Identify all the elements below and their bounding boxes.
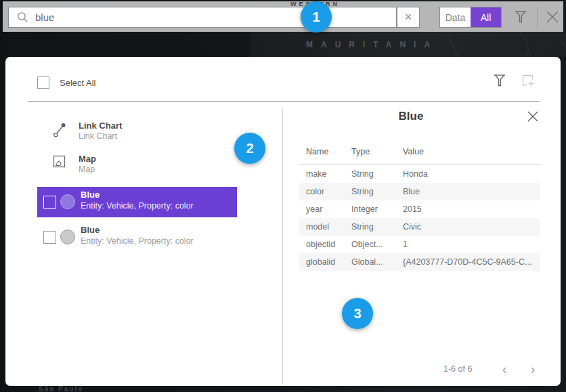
column-header-name: Name (306, 147, 328, 156)
result-title: Blue (81, 190, 100, 200)
details-close-icon[interactable] (525, 110, 540, 125)
mode-all-button[interactable]: All (471, 7, 501, 27)
result-checkbox[interactable] (43, 196, 56, 209)
result-checkbox[interactable] (43, 231, 56, 244)
result-title: Map (79, 154, 96, 164)
result-item-blue[interactable]: Blue Entity: Vehicle, Property: color (37, 222, 237, 253)
pagination-label: 1-6 of 6 (443, 364, 472, 374)
cell-value: Civic (403, 222, 421, 232)
entity-circle-icon (60, 230, 75, 244)
table-row: make String Honda (299, 165, 540, 183)
result-subtitle: Entity: Vehicle, Property: color (81, 236, 194, 246)
result-subtitle: Entity: Vehicle, Property: color (81, 201, 194, 211)
result-title: Link Chart (79, 121, 122, 131)
cell-name: objectid (306, 240, 335, 249)
chevron-right-icon[interactable]: › (524, 360, 542, 378)
map-label-bottom: São Paulo (39, 385, 83, 392)
cell-name: year (306, 204, 322, 214)
cell-name: make (306, 169, 327, 179)
annotation-step-1: 1 (301, 1, 332, 32)
cell-type: String (351, 187, 374, 196)
entity-circle-icon (60, 194, 75, 209)
add-to-selection-icon[interactable] (521, 74, 537, 90)
table-row: color String Blue (299, 183, 540, 200)
pagination: 1-6 of 6 ‹ › (282, 360, 540, 379)
table-row: model String Civic (299, 218, 540, 236)
results-panel: Select All (5, 57, 561, 386)
cell-name: globalid (306, 257, 335, 267)
result-item-link-chart[interactable]: Link Chart Link Chart (28, 121, 244, 145)
map-label-mauritania: MAURITANIA (306, 40, 438, 49)
cell-type: Object... (351, 240, 383, 249)
toolbar-divider (538, 7, 538, 27)
result-title: Blue (81, 225, 100, 235)
map-icon (53, 155, 66, 169)
cell-value: 2015 (403, 204, 422, 214)
attributes-table: Name Type Value make String Honda color … (299, 147, 540, 271)
select-all-label: Select All (60, 78, 95, 88)
panel-vertical-divider (282, 108, 283, 385)
close-search-icon[interactable] (543, 9, 562, 26)
column-header-type: Type (351, 147, 370, 156)
result-item-map[interactable]: Map Map (28, 154, 244, 178)
cell-name: color (306, 187, 324, 196)
cell-value: Honda (403, 169, 428, 179)
cell-type: Integer (351, 204, 378, 214)
app-window: MAURITANIA WESTERN São Paulo × Data All (0, 0, 566, 392)
search-input[interactable] (35, 12, 396, 23)
filter-icon[interactable] (511, 9, 530, 26)
search-box (8, 7, 397, 28)
cell-value: {A4203777-D70D-4C5C-9A65-C... (403, 257, 531, 267)
search-icon (17, 12, 28, 23)
select-all-checkbox[interactable] (37, 77, 49, 89)
results-filter-icon[interactable] (492, 72, 508, 90)
table-header: Name Type Value (299, 147, 540, 162)
cell-value: 1 (403, 240, 408, 249)
table-row: year Integer 2015 (299, 200, 540, 218)
panel-header-divider (28, 101, 540, 102)
result-item-blue-selected[interactable]: Blue Entity: Vehicle, Property: color (37, 187, 237, 217)
link-chart-icon (53, 122, 68, 138)
chevron-left-icon[interactable]: ‹ (496, 360, 513, 378)
table-row: globalid Global... {A4203777-D70D-4C5C-9… (299, 253, 540, 271)
annotation-step-3: 3 (342, 298, 373, 329)
details-title: Blue (282, 110, 540, 123)
cell-type: String (351, 169, 374, 179)
column-header-value: Value (403, 147, 424, 156)
cell-type: String (351, 222, 374, 232)
search-toolbar: × Data All (3, 1, 563, 32)
table-row: objectid Object... 1 (299, 236, 540, 253)
cell-name: model (306, 222, 329, 232)
cell-value: Blue (403, 187, 420, 196)
annotation-step-2: 2 (234, 133, 265, 164)
search-clear-button[interactable]: × (397, 7, 420, 28)
result-subtitle: Map (79, 165, 95, 174)
cell-type: Global... (351, 257, 383, 267)
mode-data-button[interactable]: Data (440, 7, 471, 27)
result-subtitle: Link Chart (79, 131, 117, 141)
search-mode-toggle: Data All (439, 7, 502, 28)
